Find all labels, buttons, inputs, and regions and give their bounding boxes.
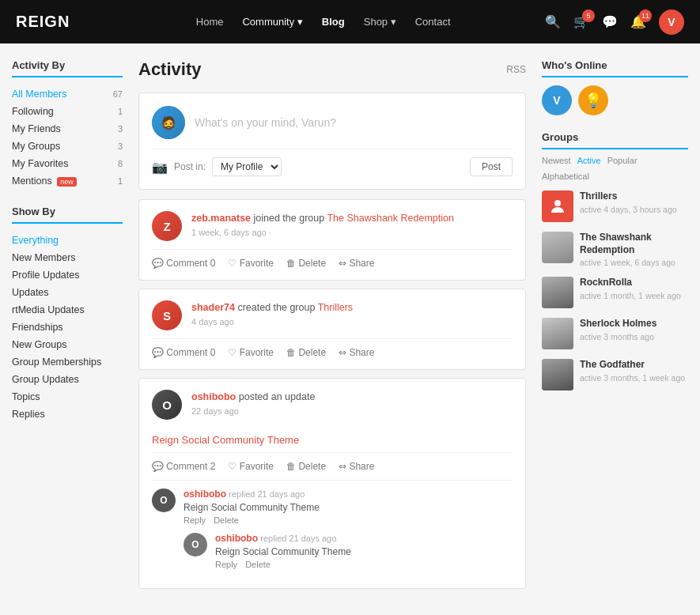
sidebar-item-replies[interactable]: Replies [12,406,123,423]
reply-action[interactable]: Reply [215,560,237,569]
group-active-godfather: active 3 months, 1 week ago [580,373,688,383]
activity-username-1[interactable]: zeb.manatse [191,213,251,224]
group-thumb-thrillers[interactable] [542,191,573,222]
group-name-rocknrolla[interactable]: RocknRolla [580,277,688,289]
online-user-2[interactable]: 💡 [578,85,608,115]
brand-logo[interactable]: REIGN [16,13,70,31]
group-active-shawshank: active 1 week, 6 days ago [580,258,688,267]
nav-community[interactable]: Community ▾ [242,16,302,28]
post-placeholder-text[interactable]: What's on your mind, Varun? [195,116,513,129]
sidebar-item-new-members[interactable]: New Members [12,249,123,266]
search-icon[interactable]: 🔍 [545,14,561,29]
sidebar-item-profile-updates[interactable]: Profile Updates [12,266,123,284]
reply-action[interactable]: Reply [184,515,206,525]
activity-actions-3: 💬 Comment 2 ♡ Favorite 🗑 Delete ⇔ Share [152,452,513,472]
comment-username[interactable]: oshibobo [184,489,226,500]
sidebar-item-group-memberships[interactable]: Group Memberships [12,353,123,371]
group-thumb-sherlock[interactable] [542,318,573,349]
nav-shop[interactable]: Shop ▾ [364,16,396,28]
sidebar-item-following[interactable]: Following 1 [12,103,123,120]
favorite-action[interactable]: ♡ Favorite [228,461,274,472]
nav-blog[interactable]: Blog [322,16,345,28]
activity-content-link[interactable]: Reign Social Community Theme [152,434,299,446]
sidebar-item-my-favorites[interactable]: My Favorites 8 [12,155,123,172]
sidebar-item-everything[interactable]: Everything [12,232,123,249]
group-name-sherlock[interactable]: Sherlock Holmes [580,318,688,330]
message-icon[interactable]: 💬 [602,14,618,29]
share-action[interactable]: ⇔ Share [339,461,374,472]
filter-active[interactable]: Active [577,156,601,165]
user-avatar[interactable]: V [659,9,684,35]
nested-comment-avatar: O [184,533,207,557]
photo-icon[interactable]: 📷 [152,160,168,175]
show-by-title: Show By [12,206,123,224]
delete-action[interactable]: 🗑 Delete [286,347,326,358]
favorite-action[interactable]: ♡ Favorite [228,347,274,358]
main-content: Activity RSS 🧔 What's on your mind, Varu… [138,59,526,597]
sidebar-item-my-groups[interactable]: My Groups 3 [12,138,123,155]
delete-action[interactable]: Delete [245,560,271,569]
group-name-godfather[interactable]: The Godfather [580,359,688,372]
sidebar-item-topics[interactable]: Topics [12,388,123,406]
activity-timestamp-1: 1 week, 6 days ago · [191,228,513,237]
cart-badge: 5 [582,9,595,22]
activity-group-1[interactable]: The Shawshank Redemption [327,213,454,224]
group-item-thrillers: Thrillers active 4 days, 3 hours ago [542,191,688,222]
activity-item: S shader74 created the group Thrillers 4… [138,289,526,370]
favorite-action[interactable]: ♡ Favorite [228,258,274,269]
groups-section-title: Groups [542,131,688,149]
sidebar-item-rtmedia-updates[interactable]: rtMedia Updates [12,301,123,319]
comment-action[interactable]: 💬 Comment 2 [152,461,215,472]
activity-avatar-1: Z [152,211,182,241]
share-action[interactable]: ⇔ Share [339,258,374,269]
sidebar-item-updates[interactable]: Updates [12,284,123,301]
sidebar-item-group-updates[interactable]: Group Updates [12,371,123,388]
delete-action[interactable]: Delete [214,515,239,525]
svg-point-0 [554,200,561,206]
comment-action[interactable]: 💬 Comment 0 [152,347,215,358]
sidebar-item-friendships[interactable]: Friendships [12,319,123,336]
sidebar-item-my-friends[interactable]: My Friends 3 [12,120,123,138]
activity-username-3[interactable]: oshibobo [191,391,236,402]
group-thumb-godfather[interactable] [542,359,573,391]
filter-popular[interactable]: Popular [607,156,638,165]
activity-content-3: Reign Social Community Theme [152,428,513,452]
post-button[interactable]: Post [470,157,513,176]
filter-newest[interactable]: Newest [542,156,571,165]
sidebar-item-all-members[interactable]: All Members 67 [12,85,123,103]
activity-action-2: created the group [237,302,317,313]
activity-avatar-3: O [152,390,182,420]
post-in-select[interactable]: My Profile [212,157,282,176]
activity-by-nav: All Members 67 Following 1 My Friends 3 … [12,85,123,190]
group-thumb-shawshank[interactable] [542,232,573,263]
comment-item: O oshibobo replied 21 days ago Reign Soc… [152,489,513,525]
activity-username-2[interactable]: shader74 [191,302,235,313]
nav-home[interactable]: Home [196,16,224,28]
sidebar-item-mentions[interactable]: Mentions new 1 [12,172,123,190]
online-user-1[interactable]: V [542,85,572,115]
group-name-thrillers[interactable]: Thrillers [580,191,688,203]
filter-alphabetical[interactable]: Alphabetical [542,172,589,181]
nested-comment-actions: Reply Delete [215,560,513,569]
activity-action-1: joined the group [254,213,327,224]
rss-link[interactable]: RSS [506,64,526,75]
notification-icon[interactable]: 🔔 11 [630,14,646,29]
nested-comment-item: O oshibobo replied 21 days ago Reign Soc… [184,533,513,569]
share-action[interactable]: ⇔ Share [339,347,374,358]
nested-comment-text: Reign Social Community Theme [215,546,513,557]
nav-contact[interactable]: Contact [415,16,451,28]
comment-text: Reign Social Community Theme [184,502,513,513]
sidebar-item-new-groups[interactable]: New Groups [12,336,123,353]
group-thumb-rocknrolla[interactable] [542,277,573,308]
groups-filter: Newest Active Popular Alphabetical [542,156,688,181]
group-item-shawshank: The Shawshank Redemption active 1 week, … [542,232,688,267]
delete-action[interactable]: 🗑 Delete [286,461,326,472]
delete-action[interactable]: 🗑 Delete [286,258,326,269]
nested-comment-username[interactable]: oshibobo [215,533,258,544]
comment-action[interactable]: 💬 Comment 0 [152,258,215,269]
activity-group-2[interactable]: Thrillers [318,302,353,313]
group-name-shawshank[interactable]: The Shawshank Redemption [580,232,688,256]
activity-avatar-2: S [152,300,182,330]
activity-actions-2: 💬 Comment 0 ♡ Favorite 🗑 Delete ⇔ Share [152,338,513,358]
cart-icon[interactable]: 🛒 5 [573,14,589,29]
